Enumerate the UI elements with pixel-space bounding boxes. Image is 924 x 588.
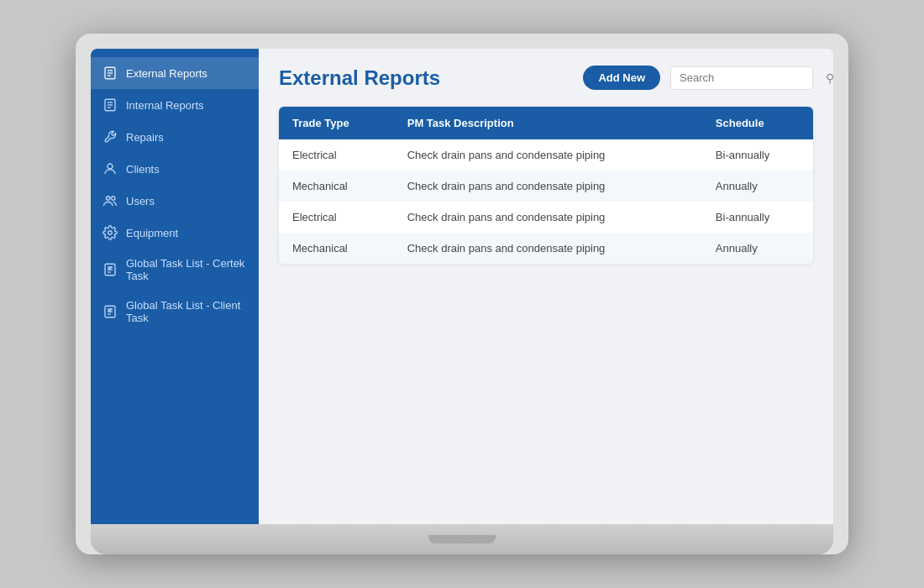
cell-schedule: Annually <box>702 233 813 264</box>
sidebar-item-label: Internal Reports <box>126 99 204 112</box>
sidebar-item-global-task-certek[interactable]: Global Task List - Certek Task <box>91 249 259 291</box>
page-title: External Reports <box>279 66 440 90</box>
cell-pm_task_description: Check drain pans and condensate piping <box>394 171 702 202</box>
svg-point-9 <box>107 197 111 201</box>
search-box: ⚲ <box>670 66 813 90</box>
sidebar-item-external-reports[interactable]: External Reports <box>91 57 259 89</box>
cell-trade_type: Mechanical <box>279 171 394 202</box>
sidebar-item-repairs[interactable]: Repairs <box>91 121 259 153</box>
sidebar-item-label: Equipment <box>126 227 178 239</box>
col-header-trade-type: Trade Type <box>279 107 394 139</box>
sidebar-item-global-task-client[interactable]: Global Task List - Client Task <box>91 291 259 333</box>
sidebar-item-label: Users <box>126 195 155 207</box>
header-row: External Reports Add New ⚲ <box>279 66 813 90</box>
search-icon: ⚲ <box>826 71 833 85</box>
add-new-button[interactable]: Add New <box>583 66 660 90</box>
cell-schedule: Bi-annually <box>702 202 813 233</box>
col-header-schedule: Schedule <box>702 107 813 139</box>
sidebar-item-equipment[interactable]: Equipment <box>91 217 259 249</box>
cell-pm_task_description: Check drain pans and condensate piping <box>394 202 702 233</box>
svg-point-8 <box>108 164 113 169</box>
table-row[interactable]: ElectricalCheck drain pans and condensat… <box>279 202 813 233</box>
main-content: External Reports Add New ⚲ Trade TypePM … <box>259 49 833 524</box>
sidebar-item-label: Clients <box>126 163 160 176</box>
cell-trade_type: Electrical <box>279 202 394 233</box>
svg-point-10 <box>112 197 116 201</box>
table-row[interactable]: ElectricalCheck drain pans and condensat… <box>279 139 813 171</box>
table-header: Trade TypePM Task DescriptionSchedule <box>279 107 813 139</box>
cell-trade_type: Electrical <box>279 139 394 171</box>
table-body: ElectricalCheck drain pans and condensat… <box>279 139 813 264</box>
sidebar-item-users[interactable]: Users <box>91 185 259 217</box>
laptop-notch <box>428 535 496 543</box>
search-input[interactable] <box>680 71 821 84</box>
sidebar-item-label: Global Task List - Client Task <box>126 299 247 324</box>
sidebar-item-label: Repairs <box>126 131 164 144</box>
svg-point-11 <box>108 231 113 235</box>
cell-pm_task_description: Check drain pans and condensate piping <box>394 233 702 264</box>
sidebar: External ReportsInternal ReportsRepairsC… <box>91 49 259 524</box>
cell-pm_task_description: Check drain pans and condensate piping <box>394 139 702 171</box>
laptop-base <box>91 524 833 554</box>
sidebar-item-clients[interactable]: Clients <box>91 153 259 185</box>
table-row[interactable]: MechanicalCheck drain pans and condensat… <box>279 171 813 202</box>
sidebar-item-label: External Reports <box>126 67 207 80</box>
cell-schedule: Annually <box>702 171 813 202</box>
table-header-row: Trade TypePM Task DescriptionSchedule <box>279 107 813 139</box>
laptop-screen: External ReportsInternal ReportsRepairsC… <box>91 49 833 524</box>
sidebar-item-label: Global Task List - Certek Task <box>126 257 247 282</box>
cell-trade_type: Mechanical <box>279 233 394 264</box>
laptop-wrapper: External ReportsInternal ReportsRepairsC… <box>76 34 848 554</box>
cell-schedule: Bi-annually <box>702 139 813 171</box>
col-header-pm-task-desc: PM Task Description <box>394 107 702 139</box>
sidebar-item-internal-reports[interactable]: Internal Reports <box>91 89 259 121</box>
data-table: Trade TypePM Task DescriptionSchedule El… <box>279 107 813 264</box>
table-row[interactable]: MechanicalCheck drain pans and condensat… <box>279 233 813 264</box>
header-right: Add New ⚲ <box>583 66 813 90</box>
